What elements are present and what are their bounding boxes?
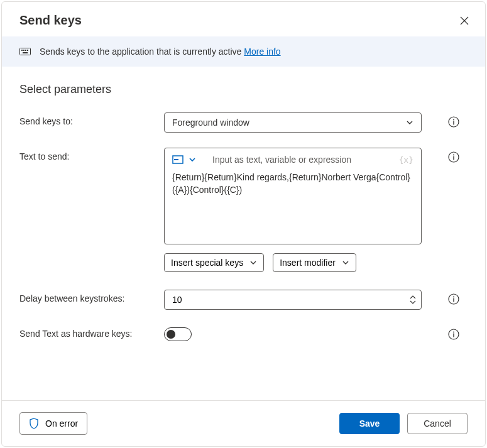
chevron-down-icon xyxy=(342,259,349,266)
label-send-keys-to: Send keys to: xyxy=(19,112,151,126)
more-info-link[interactable]: More info xyxy=(244,46,280,57)
dialog-title: Send keys xyxy=(19,13,82,28)
svg-rect-19 xyxy=(453,334,454,337)
svg-rect-4 xyxy=(27,50,28,51)
hardware-keys-toggle[interactable] xyxy=(164,327,192,341)
label-delay: Delay between keystrokes: xyxy=(19,290,151,303)
spinner-down-icon[interactable] xyxy=(410,300,416,304)
insert-modifier-label: Insert modifier xyxy=(280,258,336,268)
delay-spinners xyxy=(410,290,421,309)
toggle-knob xyxy=(167,330,175,339)
chevron-down-icon xyxy=(406,119,413,126)
svg-point-7 xyxy=(453,119,454,121)
send-keys-to-select[interactable]: Foreground window xyxy=(164,112,422,133)
row-delay: Delay between keystrokes: xyxy=(19,290,468,310)
info-icon[interactable] xyxy=(448,116,459,128)
variable-picker-icon[interactable]: {x} xyxy=(399,155,413,165)
spinner-up-icon[interactable] xyxy=(410,295,416,300)
svg-rect-8 xyxy=(453,121,454,125)
insert-special-keys-button[interactable]: Insert special keys xyxy=(164,253,264,272)
label-hardware-keys: Send Text as hardware keys: xyxy=(19,325,151,339)
row-text-to-send: Text to send: Input as text, variable or… xyxy=(19,148,468,272)
info-icon[interactable] xyxy=(448,329,459,340)
chevron-down-icon xyxy=(249,259,257,266)
section-title: Select parameters xyxy=(19,83,468,96)
svg-rect-5 xyxy=(23,52,28,53)
svg-point-15 xyxy=(453,297,454,298)
text-to-send-box[interactable]: Input as text, variable or expression {x… xyxy=(164,148,422,244)
send-keys-dialog: Send keys Sends keys to the application … xyxy=(1,1,486,447)
svg-rect-3 xyxy=(25,50,26,51)
svg-rect-10 xyxy=(174,159,178,160)
insert-modifier-button[interactable]: Insert modifier xyxy=(273,253,356,272)
row-send-keys-to: Send keys to: Foreground window xyxy=(19,112,468,133)
svg-rect-0 xyxy=(20,48,31,55)
insert-special-keys-label: Insert special keys xyxy=(171,258,243,268)
svg-rect-2 xyxy=(23,50,25,51)
label-text-to-send: Text to send: xyxy=(19,148,151,161)
svg-rect-16 xyxy=(453,298,454,302)
banner-text: Sends keys to the application that is cu… xyxy=(40,46,281,57)
text-to-send-value[interactable]: {Return}{Return}Kind regards,{Return}Nor… xyxy=(172,171,413,236)
close-button[interactable] xyxy=(457,14,471,28)
info-icon[interactable] xyxy=(448,293,459,305)
text-mode-icon[interactable] xyxy=(172,155,183,164)
send-keys-to-value: Foreground window xyxy=(172,117,249,128)
svg-point-12 xyxy=(453,155,454,156)
keyboard-icon xyxy=(19,47,31,56)
info-banner: Sends keys to the application that is cu… xyxy=(2,36,485,67)
row-hardware-keys: Send Text as hardware keys: xyxy=(19,325,468,341)
on-error-label: On error xyxy=(45,418,78,429)
delay-input-wrapper xyxy=(164,290,422,310)
textbox-toolbar: Input as text, variable or expression {x… xyxy=(172,155,413,165)
dialog-content: Select parameters Send keys to: Foregrou… xyxy=(2,67,485,400)
cancel-button[interactable]: Cancel xyxy=(407,413,468,434)
close-icon xyxy=(460,16,469,25)
delay-input[interactable] xyxy=(165,290,410,309)
dialog-footer: On error Save Cancel xyxy=(2,400,485,446)
shield-icon xyxy=(29,418,39,429)
svg-point-18 xyxy=(453,332,454,333)
info-icon[interactable] xyxy=(448,151,459,163)
banner-description: Sends keys to the application that is cu… xyxy=(40,46,244,57)
chevron-down-icon[interactable] xyxy=(189,156,196,163)
text-field-buttons: Insert special keys Insert modifier xyxy=(164,253,422,272)
textbox-placeholder: Input as text, variable or expression xyxy=(212,155,394,165)
on-error-button[interactable]: On error xyxy=(19,412,87,435)
dialog-header: Send keys xyxy=(2,2,485,36)
svg-rect-1 xyxy=(21,50,23,51)
svg-rect-13 xyxy=(453,156,454,160)
save-button[interactable]: Save xyxy=(339,413,400,434)
